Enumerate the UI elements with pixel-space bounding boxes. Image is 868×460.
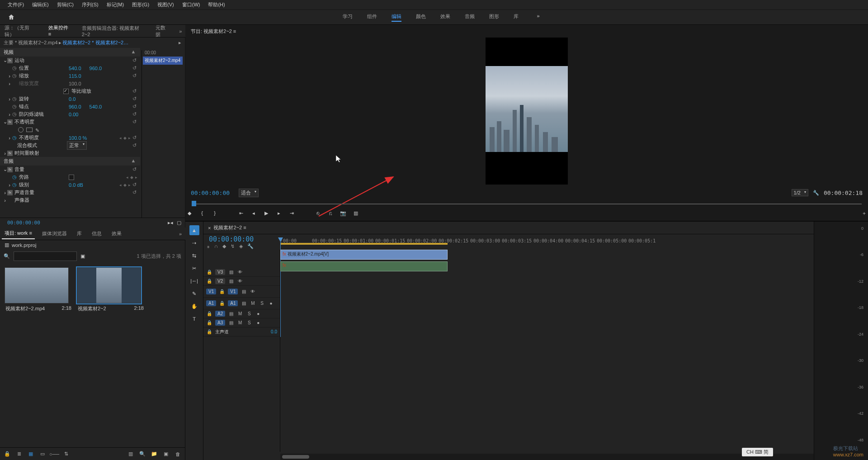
reset-uniform-icon[interactable]: ↺	[131, 88, 137, 94]
level-value[interactable]: 0.0 dB	[69, 182, 83, 188]
next-kf-bypass-icon[interactable]: ▸	[135, 175, 137, 180]
fx-badge-volume[interactable]: fx	[7, 167, 13, 172]
delete-icon[interactable]: 🗑	[174, 451, 181, 458]
sync-lock-icon[interactable]: ▤	[228, 320, 234, 325]
effect-export-icon[interactable]: ▢	[177, 220, 181, 226]
blend-mode-dropdown[interactable]: 正常	[67, 141, 87, 150]
source-tabs-more-icon[interactable]: »	[177, 28, 184, 34]
menu-window[interactable]: 窗口(W)	[178, 1, 204, 8]
timeline-ruler[interactable]: :00:00 00:00:00:15 00:00:01:00 00:00:01:…	[280, 237, 814, 247]
new-bin-icon[interactable]: ▣	[80, 253, 85, 259]
sync-lock-icon[interactable]: ▤	[228, 270, 234, 275]
tab-media-browser[interactable]: 媒体浏览器	[39, 228, 70, 239]
ws-tab-effects[interactable]: 效果	[440, 13, 450, 22]
stopwatch-level-icon[interactable]: ◷	[12, 182, 17, 188]
anchor-x-value[interactable]: 960.0	[69, 104, 81, 109]
add-marker-tl-icon[interactable]: ◆	[222, 243, 226, 249]
sequence-thumbnail[interactable]: 视频素材2~22:18	[77, 267, 145, 314]
mark-out-icon[interactable]: }	[211, 209, 219, 217]
expand-chvol-icon[interactable]: ›	[3, 190, 7, 195]
reset-chvol-icon[interactable]: ↺	[131, 190, 137, 195]
project-search-input[interactable]	[14, 251, 77, 261]
sync-lock-icon[interactable]: ▤	[241, 289, 247, 294]
tl-wrench-icon[interactable]: 🔧	[247, 243, 254, 249]
reset-anchor-icon[interactable]: ↺	[131, 104, 137, 109]
ime-indicator[interactable]: CH ⌨ 简	[742, 448, 773, 456]
prev-kf-level-icon[interactable]: ◂	[119, 183, 122, 187]
expand-level-icon[interactable]: ›	[7, 182, 12, 188]
fx-badge-time[interactable]: fx	[7, 151, 13, 156]
selection-tool-icon[interactable]: ▲	[189, 225, 199, 235]
mark-in-icon[interactable]: {	[198, 209, 206, 217]
stopwatch-rotation-icon[interactable]: ◷	[12, 96, 17, 102]
go-to-out-icon[interactable]: ⇥	[288, 209, 296, 217]
project-tabs-more-icon[interactable]: »	[177, 231, 184, 237]
menu-help[interactable]: 帮助(H)	[204, 1, 229, 8]
step-back-icon[interactable]: ◂	[250, 209, 258, 217]
timeline-zoom-scrollbar[interactable]	[280, 454, 814, 460]
uniform-scale-checkbox[interactable]	[63, 89, 69, 94]
v3-track-toggle[interactable]: V3	[215, 269, 225, 275]
home-icon[interactable]	[5, 10, 18, 24]
bc-play-icon[interactable]: ▸	[179, 40, 181, 46]
timeline-track-area[interactable]: fx 视频素材2~2.mp4[V] fx	[280, 250, 814, 452]
add-kf-icon[interactable]: ◆	[123, 136, 127, 140]
v1-track-toggle[interactable]: V1	[228, 289, 238, 294]
lock-icon[interactable]: 🔒	[219, 289, 225, 294]
menu-graphics[interactable]: 图形(G)	[128, 1, 153, 8]
solo-icon[interactable]: S	[246, 311, 252, 316]
mask-rect-icon[interactable]	[26, 128, 33, 132]
export-frame-icon[interactable]: 📷	[339, 209, 347, 217]
opacity-value[interactable]: 100.0 %	[69, 135, 87, 141]
program-time-ruler[interactable]	[192, 201, 862, 209]
tab-source[interactable]: 源：（无剪辑）	[2, 23, 41, 40]
position-x-value[interactable]: 540.0	[69, 66, 81, 71]
project-dir-icon[interactable]: ▥	[5, 242, 9, 248]
menu-sequence[interactable]: 序列(S)	[78, 1, 103, 8]
ws-tab-color[interactable]: 颜色	[416, 13, 426, 22]
mask-pen-icon[interactable]: ✎	[35, 128, 42, 132]
reset-flicker-icon[interactable]: ↺	[131, 111, 137, 117]
collapse-audio-icon[interactable]: ▲	[130, 158, 137, 165]
add-kf-level-icon[interactable]: ◆	[123, 183, 127, 187]
stopwatch-flicker-icon[interactable]: ◷	[12, 111, 17, 117]
voice-over-icon[interactable]: ●	[255, 311, 261, 316]
sort-icon[interactable]: ⇅	[62, 451, 70, 458]
mini-tl-clip[interactable]: 视频素材2~2.mp4	[143, 57, 183, 65]
effect-timecode[interactable]: 00:00:00:00	[4, 218, 44, 228]
eye-icon[interactable]: 👁	[237, 279, 243, 284]
mute-icon[interactable]: M	[237, 311, 243, 316]
search-icon[interactable]: 🔍	[4, 253, 10, 259]
prev-kf-icon[interactable]: ◂	[119, 136, 122, 140]
freeform-view-icon[interactable]: ▭	[39, 451, 46, 458]
zoom-slider-icon[interactable]: ○──	[51, 451, 58, 458]
step-forward-icon[interactable]: ▸	[275, 209, 283, 217]
a3-track-toggle[interactable]: A3	[215, 320, 225, 326]
lock-icon[interactable]: 🔒	[206, 270, 212, 275]
hand-tool-icon[interactable]: ✋	[189, 301, 199, 311]
reset-blend-icon[interactable]: ↺	[131, 142, 137, 148]
rotation-value[interactable]: 0.0	[69, 96, 75, 102]
pen-tool-icon[interactable]: ✎	[189, 289, 199, 299]
settings-wrench-icon[interactable]: 🔧	[813, 190, 819, 196]
close-seq-icon[interactable]: ×	[208, 225, 211, 231]
tab-library[interactable]: 库	[74, 228, 85, 239]
prev-kf-bypass-icon[interactable]: ◂	[126, 175, 128, 180]
readonly-icon[interactable]: 🔒	[4, 451, 11, 458]
mute-icon[interactable]: M	[250, 301, 256, 306]
video-clip[interactable]: fx 视频素材2~2.mp4[V]	[280, 250, 448, 260]
fx-badge-opacity[interactable]: fx	[7, 119, 13, 125]
stopwatch-bypass-icon[interactable]: ◷	[12, 174, 17, 180]
expand-opacity-val-icon[interactable]: ›	[7, 135, 12, 141]
v1-source-patch[interactable]: V1	[206, 289, 216, 294]
effect-zoom-play-icon[interactable]: ▸◂	[168, 220, 173, 226]
comparison-view-icon[interactable]: ▥	[352, 209, 360, 217]
lock-icon[interactable]: 🔒	[206, 329, 212, 334]
list-view-icon[interactable]: ≣	[15, 451, 23, 458]
tab-info[interactable]: 信息	[89, 228, 104, 239]
expand-panner-icon[interactable]: ›	[3, 198, 7, 203]
menu-edit[interactable]: 编辑(E)	[28, 1, 53, 8]
button-editor-icon[interactable]: ＋	[860, 209, 868, 217]
reset-motion-icon[interactable]: ↺	[131, 57, 137, 63]
lock-icon[interactable]: 🔒	[219, 301, 225, 306]
